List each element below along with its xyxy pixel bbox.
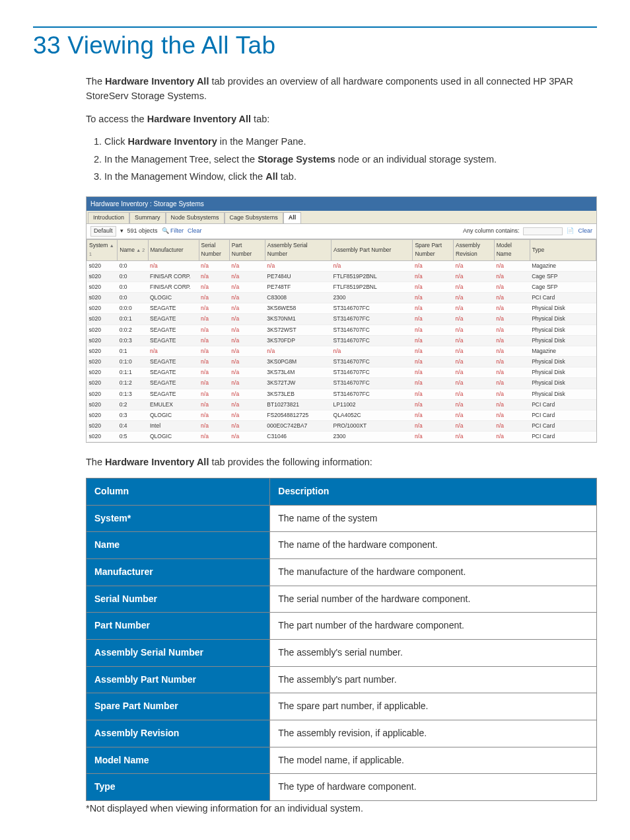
cell: 3KS70NM1 (265, 314, 331, 325)
table-row[interactable]: s0200:0QLOGICn/an/aC830082300n/an/an/aPC… (87, 293, 596, 303)
col-header-system[interactable]: System ▲ 1 (87, 240, 118, 260)
cell: 0:0 (118, 260, 148, 271)
intro-paragraph-1: The Hardware Inventory All tab provides … (86, 74, 597, 104)
table-row[interactable]: s0200:1n/an/an/an/an/an/an/an/aMagazine (87, 346, 596, 356)
desc-col-description: The assembly's serial number. (270, 640, 597, 667)
cell: 0:0 (118, 282, 148, 292)
cell: n/a (494, 357, 530, 367)
col-header-assembly-serial-number[interactable]: Assembly Serial Number (265, 240, 331, 260)
cell: n/a (229, 303, 265, 314)
cell: n/a (413, 303, 454, 314)
cell: C31046 (265, 432, 331, 442)
clear-link[interactable]: Clear (188, 227, 202, 236)
filter-link[interactable]: 🔍 Filter (162, 227, 184, 236)
export-icon[interactable]: 📄 (567, 227, 574, 236)
cell: 2300 (332, 293, 413, 303)
cell: s020 (87, 335, 118, 346)
cell: n/a (494, 432, 530, 442)
cell: 0:0:0 (118, 303, 148, 314)
cell: n/a (148, 260, 199, 271)
window-titlebar: Hardware Inventory : Storage Systems (87, 197, 596, 211)
desc-col-name: System* (87, 505, 270, 532)
cell: n/a (454, 260, 495, 271)
desc-col-name: Assembly Serial Number (87, 640, 270, 667)
tab-cage-subsystems[interactable]: Cage Subsystems (225, 212, 283, 223)
any-column-label: Any column contains: (463, 227, 520, 236)
col-header-spare-part-number[interactable]: Spare Part Number (413, 240, 454, 260)
tabstrip: IntroductionSummaryNode SubsystemsCage S… (87, 211, 596, 224)
table-row[interactable]: s0200:3QLOGICn/an/aFS20548812725QLA4052C… (87, 410, 596, 420)
table-row[interactable]: s0200:1:0SEAGATEn/an/a3KS0PG8MST3146707F… (87, 357, 596, 367)
cell: QLA4052C (332, 410, 413, 420)
cell: ST3146707FC (332, 303, 413, 314)
tab-summary[interactable]: Summary (129, 212, 166, 223)
table-row[interactable]: s0200:1:1SEAGATEn/an/a3KS73L4MST3146707F… (87, 367, 596, 378)
desc-col-name: Type (87, 774, 270, 801)
col-header-serial-number[interactable]: Serial Number (199, 240, 229, 260)
cell: 0:4 (118, 421, 148, 432)
cell: s020 (87, 293, 118, 303)
cell: n/a (199, 378, 229, 389)
col-header-name[interactable]: Name ▲ 2 (118, 240, 148, 260)
cell: s020 (87, 325, 118, 335)
object-count: 591 objects (127, 227, 158, 236)
col-header-part-number[interactable]: Part Number (229, 240, 265, 260)
cell: n/a (454, 271, 495, 282)
clear-link-2[interactable]: Clear (578, 227, 592, 236)
cell: Magazine (530, 260, 596, 271)
cell: n/a (413, 314, 454, 325)
col-header-assembly-part-number[interactable]: Assembly Part Number (332, 240, 413, 260)
cell: n/a (199, 421, 229, 432)
col-header-assembly-revision[interactable]: Assembly Revision (454, 240, 495, 260)
table-row[interactable]: s0200:1:2SEAGATEn/an/a3KS72TJWST3146707F… (87, 378, 596, 389)
cell: n/a (494, 346, 530, 356)
cell: Physical Disk (530, 335, 596, 346)
default-button[interactable]: Default (90, 226, 116, 237)
cell: n/a (413, 271, 454, 282)
table-row[interactable]: s0200:0FINISAR CORP.n/an/aPE7484UFTLF851… (87, 271, 596, 282)
cell: 0:1:3 (118, 389, 148, 399)
cell: FTLF8519P2BNL (332, 271, 413, 282)
table-row[interactable]: s0200:0:3SEAGATEn/an/a3KS70FDPST3146707F… (87, 335, 596, 346)
cell: n/a (413, 367, 454, 378)
tab-introduction[interactable]: Introduction (88, 212, 129, 223)
dropdown-icon[interactable]: ▾ (120, 227, 123, 236)
cell: 0:3 (118, 410, 148, 420)
desc-col-name: Assembly Revision (87, 720, 270, 747)
cell: 3KS0PG8M (265, 357, 331, 367)
desc-row: NameThe name of the hardware component. (87, 532, 597, 559)
cell: 0:0:2 (118, 325, 148, 335)
desc-row: TypeThe type of hardware component. (87, 774, 597, 801)
cell: n/a (454, 421, 495, 432)
desc-row: Assembly Serial NumberThe assembly's ser… (87, 640, 597, 667)
cell: n/a (229, 389, 265, 399)
table-row[interactable]: s0200:0n/an/an/an/an/an/an/an/aMagazine (87, 260, 596, 271)
col-header-model-name[interactable]: Model Name (494, 240, 530, 260)
cell: ST3146707FC (332, 378, 413, 389)
col-header-manufacturer[interactable]: Manufacturer (148, 240, 199, 260)
cell: LP11002 (332, 399, 413, 410)
col-header-type[interactable]: Type (530, 240, 596, 260)
table-row[interactable]: s0200:2EMULEXn/an/aBT10273821LP11002n/an… (87, 399, 596, 410)
desc-col-description: The part number of the hardware componen… (270, 613, 597, 640)
cell: ST3146707FC (332, 357, 413, 367)
cell: n/a (199, 335, 229, 346)
cell: 0:0:1 (118, 314, 148, 325)
cell: n/a (229, 335, 265, 346)
cell: QLOGIC (148, 410, 199, 420)
step-1: Click Hardware Inventory in the Manger P… (104, 134, 597, 149)
table-row[interactable]: s0200:4Inteln/an/a000E0C742BA7PRO/1000XT… (87, 421, 596, 432)
any-column-input[interactable] (523, 227, 563, 235)
cell: ST3146707FC (332, 335, 413, 346)
tab-all[interactable]: All (283, 212, 302, 223)
table-row[interactable]: s0200:0:2SEAGATEn/an/a3KS72WSTST3146707F… (87, 325, 596, 335)
table-row[interactable]: s0200:0:1SEAGATEn/an/a3KS70NM1ST3146707F… (87, 314, 596, 325)
desc-col-description: The spare part number, if applicable. (270, 693, 597, 720)
cell: n/a (454, 293, 495, 303)
tab-node-subsystems[interactable]: Node Subsystems (166, 212, 225, 223)
cell: SEAGATE (148, 357, 199, 367)
table-row[interactable]: s0200:5QLOGICn/an/aC310462300n/an/an/aPC… (87, 432, 596, 442)
table-row[interactable]: s0200:0:0SEAGATEn/an/a3KS6WE58ST3146707F… (87, 303, 596, 314)
table-row[interactable]: s0200:1:3SEAGATEn/an/a3KS73LEBST3146707F… (87, 389, 596, 399)
table-row[interactable]: s0200:0FINISAR CORP.n/an/aPE748TFFTLF851… (87, 282, 596, 292)
